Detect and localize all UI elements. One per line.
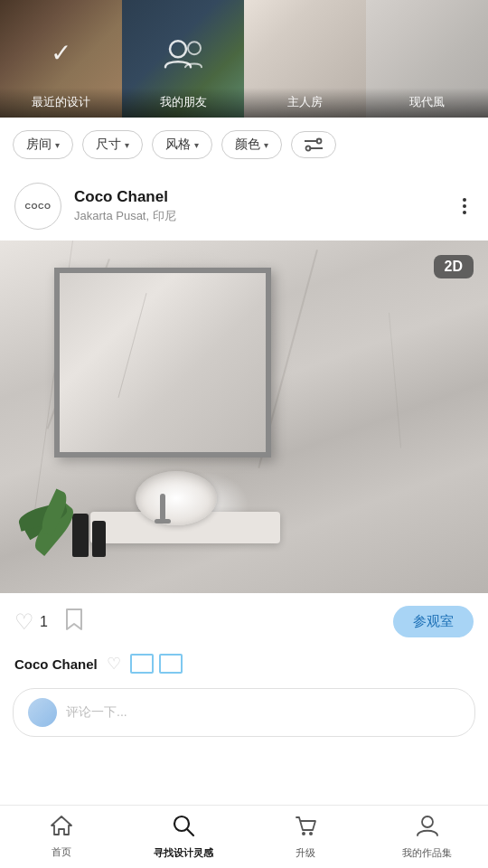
commenter-avatar [28, 698, 57, 727]
user-card: COCO Coco Chanel Jakarta Pusat, 印尼 [0, 172, 488, 241]
faucet-body [160, 494, 165, 521]
user-name: Coco Chanel [74, 188, 455, 206]
user-info: Coco Chanel Jakarta Pusat, 印尼 [74, 188, 455, 224]
user-icon [416, 814, 439, 843]
filter-room-label: 房间 [26, 137, 52, 153]
nav-upgrade-label: 升级 [296, 846, 315, 860]
bookmark-button[interactable] [64, 608, 84, 637]
cart-icon [294, 814, 317, 843]
like-button[interactable]: ♡ 1 [14, 609, 48, 635]
dot-2 [463, 204, 466, 208]
faucet-head [155, 519, 171, 524]
filter-style-button[interactable]: 风格 ▾ [152, 130, 212, 159]
category-row: ✓ 最近的设计 我的朋友 主人房 [0, 0, 488, 118]
category-master-overlay: 主人房 [244, 88, 366, 118]
filter-style-arrow: ▾ [194, 140, 199, 150]
faucet [154, 494, 172, 530]
svg-point-9 [309, 832, 313, 835]
sink [117, 462, 235, 543]
view-3d-icon[interactable] [159, 654, 183, 674]
dot-1 [463, 198, 466, 202]
post-info-row: Coco Chanel ♡ [0, 650, 488, 684]
category-recent-overlay: 最近的设计 [0, 88, 122, 118]
filter-settings-button[interactable] [291, 131, 336, 158]
nav-home[interactable]: 首页 [0, 815, 122, 859]
user-location: Jakarta Pusat, 印尼 [74, 208, 455, 224]
filter-color-label: 颜色 [235, 137, 260, 153]
comment-preview[interactable]: 评论一下... [13, 688, 475, 737]
category-recent[interactable]: ✓ 最近的设计 [0, 0, 122, 118]
post-heart-icon: ♡ [107, 654, 121, 674]
category-modern-label: 现代風 [409, 95, 445, 108]
post-view-icons [130, 654, 183, 674]
search-icon [172, 814, 195, 843]
bottle-2 [92, 521, 106, 557]
more-options-button[interactable] [455, 194, 474, 218]
plant [18, 467, 90, 557]
filter-style-label: 风格 [165, 137, 191, 153]
filter-size-label: 尺寸 [96, 137, 121, 153]
like-count: 1 [40, 614, 48, 630]
nav-home-label: 首页 [52, 845, 71, 859]
post-author-name: Coco Chanel [14, 656, 98, 672]
main-content: ✓ 最近的设计 我的朋友 主人房 [0, 0, 488, 809]
check-icon: ✓ [51, 38, 71, 68]
home-icon [50, 815, 73, 842]
view-2d-icon[interactable] [130, 654, 154, 674]
category-friends[interactable]: 我的朋友 [122, 0, 244, 118]
visit-room-button[interactable]: 参观室 [393, 606, 474, 637]
nav-upgrade[interactable]: 升级 [244, 814, 366, 860]
svg-point-8 [302, 832, 305, 835]
avatar-text: COCO [25, 202, 52, 212]
category-friends-overlay: 我的朋友 [122, 88, 244, 118]
category-master[interactable]: 主人房 [244, 0, 366, 118]
nav-portfolio-label: 我的作品集 [402, 846, 452, 860]
nav-portfolio[interactable]: 我的作品集 [366, 814, 488, 860]
category-friends-label: 我的朋友 [160, 95, 207, 108]
svg-point-1 [188, 42, 201, 54]
mirror [54, 268, 271, 458]
bottom-nav: 首页 寻找设计灵感 升级 我的作品集 [0, 805, 488, 868]
category-modern-overlay: 现代風 [366, 88, 488, 118]
svg-point-3 [317, 139, 322, 144]
svg-line-7 [187, 829, 193, 835]
heart-icon: ♡ [14, 609, 34, 635]
filter-size-arrow: ▾ [125, 140, 129, 150]
settings-icon [305, 137, 323, 152]
category-master-label: 主人房 [287, 95, 323, 108]
category-modern[interactable]: 现代風 [366, 0, 488, 118]
design-image: 2D [0, 241, 488, 593]
people-icon [164, 38, 203, 72]
svg-point-10 [422, 816, 433, 827]
bookmark-icon [64, 608, 84, 631]
filter-room-button[interactable]: 房间 ▾ [13, 130, 73, 159]
dot-3 [463, 211, 466, 214]
nav-search[interactable]: 寻找设计灵感 [122, 814, 244, 860]
comment-placeholder: 评论一下... [66, 704, 127, 721]
svg-point-5 [306, 146, 311, 151]
sink-bowl [136, 471, 217, 525]
filter-color-arrow: ▾ [264, 140, 268, 150]
svg-point-0 [170, 41, 186, 57]
filter-size-button[interactable]: 尺寸 ▾ [82, 130, 143, 159]
filter-room-arrow: ▾ [55, 140, 60, 150]
nav-search-label: 寻找设计灵感 [154, 846, 213, 860]
category-recent-label: 最近的设计 [32, 95, 90, 108]
view-mode-badge: 2D [434, 255, 474, 278]
action-row: ♡ 1 参观室 [0, 593, 488, 650]
filter-row: 房间 ▾ 尺寸 ▾ 风格 ▾ 颜色 ▾ [0, 118, 488, 172]
avatar: COCO [14, 183, 61, 230]
filter-color-button[interactable]: 颜色 ▾ [221, 130, 282, 159]
